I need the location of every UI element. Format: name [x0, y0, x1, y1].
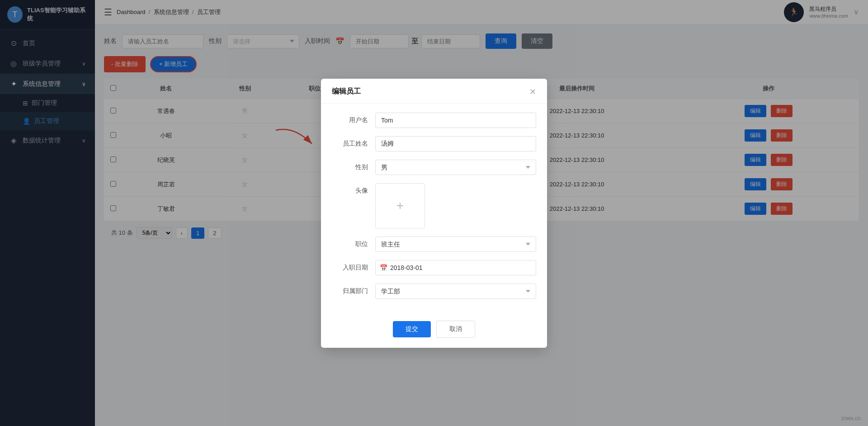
emp-name-row: 员工姓名: [332, 136, 536, 151]
edit-employee-modal: 编辑员工 ✕ 用户名 员工姓名 性别 男 女: [321, 79, 547, 348]
emp-name-label: 员工姓名: [332, 136, 368, 148]
avatar-label: 头像: [332, 183, 368, 195]
modal-overlay[interactable]: 编辑员工 ✕ 用户名 员工姓名 性别 男 女: [0, 0, 868, 426]
gender-row: 性别 男 女: [332, 160, 536, 175]
dept-row: 归属部门 学工部 教研部 咨询部: [332, 284, 536, 299]
modal-body: 用户名 员工姓名 性别 男 女 头像 +: [321, 104, 547, 316]
hire-date-label-modal: 入职日期: [332, 260, 368, 272]
modal-close-button[interactable]: ✕: [529, 87, 536, 97]
modal-title: 编辑员工: [332, 87, 361, 96]
dept-label: 归属部门: [332, 284, 368, 295]
hire-date-wrap: 📅: [375, 260, 536, 275]
position-select[interactable]: 班主任 讲师 学工主管 教研主管: [375, 237, 536, 252]
plus-icon: +: [396, 199, 404, 213]
username-input[interactable]: [375, 113, 536, 128]
gender-select-modal[interactable]: 男 女: [375, 160, 536, 175]
hire-date-input[interactable]: [375, 260, 536, 275]
calendar-icon-modal: 📅: [380, 264, 387, 271]
submit-button[interactable]: 提交: [393, 321, 431, 337]
username-label: 用户名: [332, 113, 368, 124]
modal-footer: 提交 取消: [321, 316, 547, 348]
username-row: 用户名: [332, 113, 536, 128]
modal-header: 编辑员工 ✕: [321, 79, 547, 104]
gender-label-modal: 性别: [332, 160, 368, 171]
cancel-button[interactable]: 取消: [436, 321, 475, 338]
position-label: 职位: [332, 237, 368, 248]
dept-select[interactable]: 学工部 教研部 咨询部: [375, 284, 536, 299]
hire-date-row: 入职日期 📅: [332, 260, 536, 275]
position-row: 职位 班主任 讲师 学工主管 教研主管: [332, 237, 536, 252]
emp-name-input[interactable]: [375, 136, 536, 151]
avatar-row: 头像 +: [332, 183, 536, 228]
avatar-upload-area[interactable]: +: [375, 183, 425, 228]
